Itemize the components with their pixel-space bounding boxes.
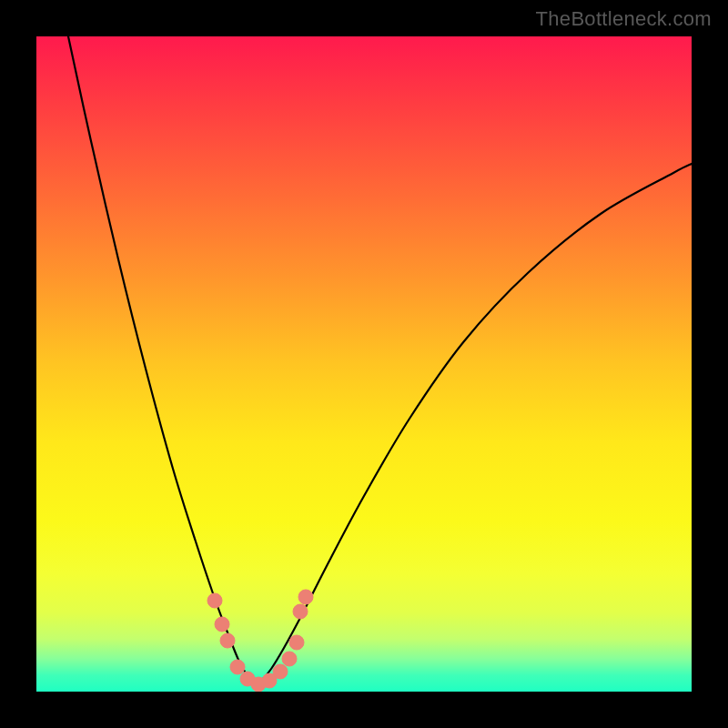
- curve-marker: [251, 677, 266, 692]
- curve-marker: [230, 660, 245, 674]
- curve-marker: [298, 590, 313, 604]
- curve-marker: [262, 673, 277, 688]
- curve-marker: [282, 652, 297, 666]
- curve-markers: [207, 590, 313, 692]
- curve-marker: [240, 672, 255, 686]
- plot-area: [36, 36, 692, 692]
- curve-overlay: [36, 36, 692, 692]
- curve-marker: [215, 617, 229, 632]
- curve-marker: [273, 664, 288, 679]
- chart-frame: TheBottleneck.com: [0, 0, 728, 728]
- bottleneck-curve: [68, 36, 692, 684]
- curve-marker: [289, 635, 304, 650]
- curve-marker: [220, 633, 235, 648]
- curve-marker: [207, 593, 222, 608]
- curve-marker: [293, 604, 308, 619]
- watermark-text: TheBottleneck.com: [536, 7, 712, 31]
